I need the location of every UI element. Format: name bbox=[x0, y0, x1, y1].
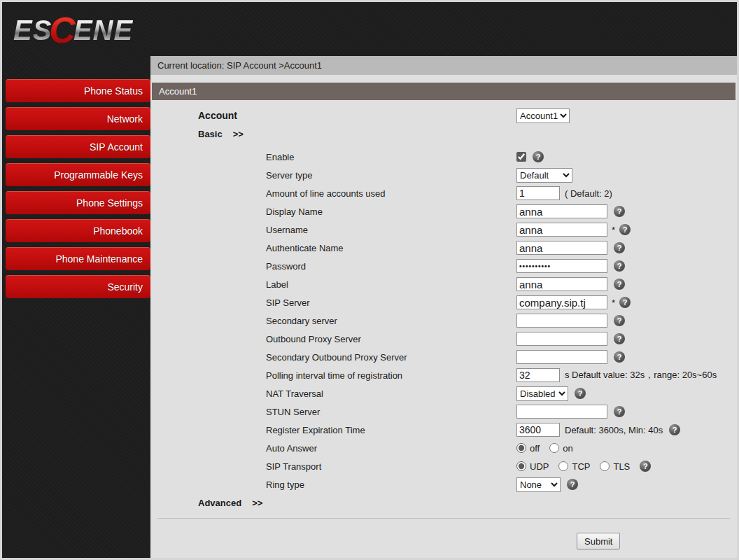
chevron-right-double-icon: >> bbox=[233, 129, 244, 139]
field-row-sip-transport: SIP Transport UDP TCP TLS ? bbox=[150, 457, 737, 475]
field-hint: Default: 3600s, Min: 40s bbox=[565, 425, 663, 435]
field-row-polling-interval: Polling interval time of registration s … bbox=[150, 366, 737, 384]
username-input[interactable] bbox=[516, 223, 607, 237]
field-label: Ring type bbox=[266, 479, 516, 490]
escene-logo: ESCENE bbox=[2, 2, 150, 77]
register-expiration-input[interactable] bbox=[516, 423, 560, 437]
stun-server-input[interactable] bbox=[516, 405, 607, 419]
help-icon[interactable]: ? bbox=[619, 224, 631, 235]
advanced-section-toggle[interactable]: Advanced >> bbox=[150, 493, 737, 512]
advanced-label: Advanced bbox=[198, 498, 241, 508]
sidebar: ESCENE Phone Status Network SIP Account … bbox=[2, 2, 150, 558]
page-frame: ESCENE Phone Status Network SIP Account … bbox=[0, 0, 739, 560]
field-label: Server type bbox=[266, 170, 516, 181]
auto-answer-on-radio[interactable] bbox=[549, 443, 559, 453]
help-icon[interactable]: ? bbox=[614, 260, 625, 272]
basic-section-toggle[interactable]: Basic >> bbox=[150, 125, 737, 143]
line-accounts-input[interactable] bbox=[516, 186, 560, 200]
auto-answer-off-label[interactable]: off bbox=[530, 443, 540, 454]
account-label: Account bbox=[198, 110, 516, 121]
ring-type-select[interactable]: None bbox=[516, 477, 561, 492]
field-row-line-accounts: Amount of line accounts used ( Default: … bbox=[150, 184, 737, 202]
help-icon[interactable]: ? bbox=[614, 279, 625, 290]
sidebar-item-label: Network bbox=[107, 113, 143, 125]
required-asterisk: * bbox=[612, 225, 615, 235]
help-icon[interactable]: ? bbox=[669, 424, 680, 435]
sidebar-item-security[interactable]: Security bbox=[6, 275, 150, 298]
field-hint: ( Default: 2) bbox=[565, 188, 612, 199]
field-row-account: Account Account1 bbox=[150, 106, 737, 125]
field-label: Auto Answer bbox=[266, 443, 516, 454]
sip-server-input[interactable] bbox=[516, 295, 607, 309]
sip-transport-tls-label[interactable]: TLS bbox=[613, 461, 630, 472]
section-title-bar: Account1 bbox=[152, 83, 736, 100]
server-type-select[interactable]: Default bbox=[516, 168, 572, 183]
sidebar-item-label: Phone Status bbox=[84, 85, 143, 97]
field-label: Outbound Proxy Server bbox=[266, 334, 516, 344]
field-label: Secondary Outbound Proxy Server bbox=[266, 352, 516, 363]
field-row-outbound-proxy: Outbound Proxy Server ? bbox=[150, 330, 737, 348]
field-label: Authenticate Name bbox=[266, 243, 516, 253]
help-icon[interactable]: ? bbox=[567, 479, 578, 490]
help-icon[interactable]: ? bbox=[614, 315, 625, 326]
sidebar-item-label: Phone Settings bbox=[76, 197, 143, 209]
field-row-label: Label ? bbox=[150, 275, 737, 293]
auto-answer-off-radio[interactable] bbox=[516, 443, 526, 453]
field-row-sip-server: SIP Server * ? bbox=[150, 293, 737, 312]
field-label: Password bbox=[266, 261, 516, 272]
sidebar-item-programmable-keys[interactable]: Programmable Keys bbox=[6, 163, 150, 186]
logo-red-c-icon: C bbox=[49, 10, 76, 50]
help-icon[interactable]: ? bbox=[640, 461, 651, 472]
outbound-proxy-input[interactable] bbox=[516, 332, 607, 346]
sip-transport-tls-radio[interactable] bbox=[600, 461, 610, 471]
field-row-nat-traversal: NAT Traversal Disabled ? bbox=[150, 384, 737, 402]
help-icon[interactable]: ? bbox=[614, 333, 625, 344]
secondary-outbound-proxy-input[interactable] bbox=[516, 350, 607, 364]
chevron-right-double-icon: >> bbox=[252, 498, 262, 508]
sip-transport-tcp-radio[interactable] bbox=[558, 461, 568, 471]
submit-button[interactable]: Submit bbox=[577, 533, 620, 550]
label-input[interactable] bbox=[516, 277, 607, 291]
field-label: Register Expiration Time bbox=[266, 425, 516, 435]
field-label: Polling interval time of registration bbox=[266, 370, 516, 381]
divider bbox=[157, 518, 730, 519]
content-area: Current location: SIP Account >Account1 … bbox=[150, 2, 737, 558]
polling-interval-input[interactable] bbox=[516, 368, 560, 382]
field-row-password: Password ? bbox=[150, 257, 737, 275]
field-label: Label bbox=[266, 279, 516, 290]
help-icon[interactable]: ? bbox=[614, 351, 625, 363]
sidebar-item-phonebook[interactable]: Phonebook bbox=[6, 219, 150, 242]
logo-text-left: ES bbox=[13, 15, 52, 46]
sidebar-item-sip-account[interactable]: SIP Account bbox=[6, 135, 150, 158]
sip-transport-udp-radio[interactable] bbox=[516, 461, 526, 471]
secondary-server-input[interactable] bbox=[516, 314, 607, 328]
display-name-input[interactable] bbox=[516, 204, 607, 218]
nat-traversal-select[interactable]: Disabled bbox=[516, 386, 568, 401]
field-label: SIP Transport bbox=[266, 461, 516, 472]
sip-transport-udp-label[interactable]: UDP bbox=[530, 461, 549, 472]
sidebar-item-label: SIP Account bbox=[90, 141, 143, 153]
field-label: Amount of line accounts used bbox=[266, 188, 516, 199]
sidebar-item-phone-status[interactable]: Phone Status bbox=[6, 79, 150, 102]
top-black-band bbox=[150, 2, 737, 56]
sip-transport-tcp-label[interactable]: TCP bbox=[572, 461, 590, 472]
help-icon[interactable]: ? bbox=[614, 206, 625, 217]
auto-answer-on-label[interactable]: on bbox=[563, 443, 572, 454]
help-icon[interactable]: ? bbox=[533, 151, 544, 162]
field-row-stun-server: STUN Server ? bbox=[150, 402, 737, 421]
help-icon[interactable]: ? bbox=[614, 406, 625, 417]
sidebar-item-label: Phonebook bbox=[93, 225, 143, 237]
sidebar-item-network[interactable]: Network bbox=[6, 107, 150, 130]
field-hint: s Default value: 32s，range: 20s~60s bbox=[565, 369, 717, 382]
sidebar-item-phone-maintenance[interactable]: Phone Maintenance bbox=[6, 247, 150, 270]
authenticate-name-input[interactable] bbox=[516, 241, 607, 255]
help-icon[interactable]: ? bbox=[619, 297, 631, 308]
enable-checkbox[interactable] bbox=[516, 152, 526, 162]
sidebar-item-phone-settings[interactable]: Phone Settings bbox=[6, 191, 150, 214]
field-label: STUN Server bbox=[266, 407, 516, 417]
help-icon[interactable]: ? bbox=[575, 388, 586, 399]
password-input[interactable] bbox=[516, 259, 607, 273]
help-icon[interactable]: ? bbox=[614, 242, 625, 253]
field-row-display-name: Display Name ? bbox=[150, 202, 737, 220]
account-select[interactable]: Account1 bbox=[516, 108, 570, 123]
